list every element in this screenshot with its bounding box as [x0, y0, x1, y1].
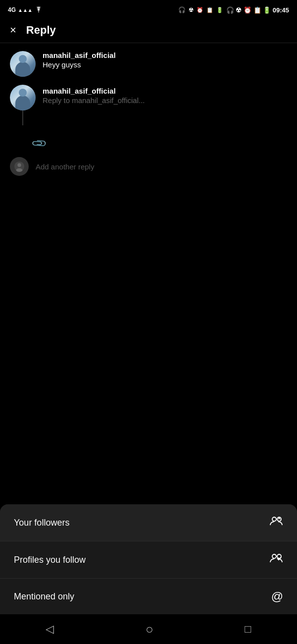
svg-point-1 [17, 163, 21, 167]
mentioned-icon: @ [271, 590, 283, 603]
attachment-icon[interactable]: 📎 [30, 135, 48, 152]
original-post-avatar [10, 51, 36, 77]
thread-area: manahil_asif_official Heyy guyss manahil… [0, 43, 297, 133]
avatar-image [10, 51, 36, 77]
time-display: 🎧 ☢ ⏰ 📋 🔋 09:45 [226, 6, 289, 14]
user-circle-icon [14, 161, 25, 172]
close-button[interactable]: × [10, 24, 16, 37]
headphone-icon: 🎧 [178, 6, 186, 13]
home-button[interactable]: ○ [146, 622, 153, 637]
wifi-icon [35, 6, 43, 14]
original-post-text: Heyy guyss [43, 60, 287, 69]
add-reply-text: Add another reply [36, 162, 94, 171]
svg-point-7 [272, 554, 276, 558]
add-reply-row[interactable]: Add another reply [0, 153, 297, 180]
reply-post-username: manahil_asif_official [43, 87, 287, 95]
reply-avatar-image [10, 85, 36, 110]
thread-line [22, 110, 23, 125]
option-your-followers[interactable]: Your followers [0, 504, 297, 541]
option-mentioned-only-label: Mentioned only [14, 591, 74, 602]
option-your-followers-label: Your followers [14, 518, 69, 528]
original-post-content: manahil_asif_official Heyy guyss [43, 51, 287, 69]
add-reply-avatar [10, 157, 29, 176]
followers-icon [269, 515, 283, 530]
avatar-line-wrapper [10, 85, 36, 125]
alert-icon: ☢ [189, 7, 194, 13]
reply-post-avatar [10, 85, 36, 110]
alarm-icon: ⏰ [197, 7, 203, 13]
original-post: manahil_asif_official Heyy guyss [10, 51, 287, 77]
nav-bar: ◁ ○ □ [0, 614, 297, 644]
header-title: Reply [26, 24, 56, 37]
original-post-username: manahil_asif_official [43, 51, 287, 59]
back-button[interactable]: ◁ [46, 623, 54, 636]
signal-text: 4G [8, 6, 16, 13]
status-left: 4G ▲▲▲ [8, 6, 43, 14]
option-profiles-follow-label: Profiles you follow [14, 555, 86, 565]
option-profiles-follow[interactable]: Profiles you follow [0, 541, 297, 579]
svg-point-2 [16, 168, 23, 172]
reply-post-content: manahil_asif_official Reply to manahil_a… [43, 85, 287, 105]
header: × Reply [0, 18, 297, 43]
clipboard-icon: 📋 [206, 7, 213, 13]
status-bar: 4G ▲▲▲ 🎧 ☢ ⏰ 📋 🔋 🎧 ☢ ⏰ 📋 🔋 09:45 [0, 0, 297, 18]
battery-icon: 🔋 [216, 7, 223, 13]
signal-bars: ▲▲▲ [18, 7, 33, 13]
reply-post-row: manahil_asif_official Reply to manahil_a… [10, 85, 287, 125]
options-panel: Your followers Profiles you follow [0, 504, 297, 614]
reply-input[interactable]: Reply to manahil_asif_official... [43, 96, 287, 105]
option-mentioned-only[interactable]: Mentioned only @ [0, 579, 297, 614]
recents-button[interactable]: □ [245, 623, 251, 636]
svg-point-3 [272, 517, 276, 521]
profiles-follow-icon [269, 552, 283, 567]
attachment-row: 📎 [0, 133, 297, 153]
status-right: 🎧 ☢ ⏰ 📋 🔋 🎧 ☢ ⏰ 📋 🔋 09:45 [178, 6, 289, 14]
